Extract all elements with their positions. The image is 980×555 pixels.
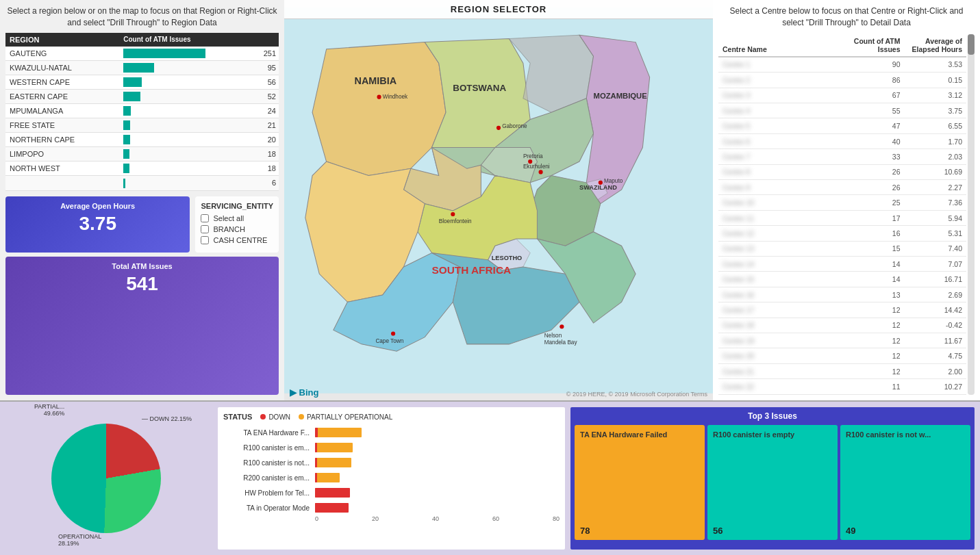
top3-card[interactable]: R100 canister is empty 56: [707, 425, 838, 540]
centre-avg: 5.31: [905, 226, 967, 241]
svg-point-11: [528, 159, 532, 164]
region-bar-cell: 18: [119, 147, 279, 162]
status-bar-row: TA ENA Hardware F...: [223, 426, 560, 439]
servicing-checkbox[interactable]: [201, 236, 209, 244]
svg-point-7: [377, 95, 381, 99]
servicing-option-label: Select all: [213, 214, 244, 222]
centre-row[interactable]: Centre 4 55 3.75: [718, 103, 966, 118]
top3-card[interactable]: TA ENA Hardware Failed 78: [575, 425, 705, 540]
region-name: WESTERN CAPE: [5, 75, 119, 89]
servicing-option[interactable]: Select all: [201, 214, 273, 222]
svg-text:Bloemfontein: Bloemfontein: [439, 218, 472, 224]
top3-card-count: 56: [713, 526, 723, 536]
partial-bar: [315, 443, 353, 452]
centre-row[interactable]: Centre 6 40 1.70: [718, 133, 966, 149]
region-bar-cell: 20: [119, 133, 279, 147]
down-bar: [315, 488, 350, 498]
centre-avg: 11.67: [905, 333, 967, 348]
servicing-option[interactable]: CASH CENTRE: [201, 236, 273, 244]
down-label: — DOWN 22.15%: [142, 415, 192, 422]
bar-container: [315, 472, 560, 484]
centre-count: 26: [842, 180, 905, 195]
centre-name: Centre 17: [718, 302, 842, 318]
bing-logo: ▶ Bing: [290, 387, 319, 398]
centre-count: 12: [842, 302, 905, 318]
region-bar: [123, 179, 125, 188]
servicing-option-label: CASH CENTRE: [213, 236, 267, 244]
centre-row[interactable]: Centre 2 86 0.15: [718, 73, 966, 88]
centre-row[interactable]: Centre 7 33 2.03: [718, 149, 966, 164]
x-axis-label: 60: [492, 515, 499, 522]
centre-count: 47: [842, 118, 905, 133]
centre-row[interactable]: Centre 1 90 3.53: [718, 57, 966, 73]
centre-row[interactable]: Centre 18 12 -0.42: [718, 318, 966, 333]
svg-text:Nelson: Nelson: [544, 333, 562, 339]
region-bar-cell: 24: [119, 103, 279, 118]
region-row[interactable]: KWAZULU-NATAL 95: [5, 60, 279, 75]
region-count: 21: [268, 121, 276, 129]
top3-cards: TA ENA Hardware Failed 78 R100 canister …: [575, 425, 970, 540]
centre-name: Centre 1: [718, 57, 842, 73]
centre-avg: 10.27: [905, 379, 967, 395]
centre-row[interactable]: Centre 17 12 14.42: [718, 302, 966, 318]
centre-row[interactable]: Centre 8 26 10.69: [718, 164, 966, 179]
region-row[interactable]: WESTERN CAPE 56: [5, 75, 279, 89]
region-row[interactable]: NORTH WEST 18: [5, 162, 279, 176]
bar-container: [315, 456, 560, 469]
top3-card[interactable]: R100 canister is not w... 49: [840, 425, 970, 540]
servicing-option-label: BRANCH: [213, 225, 244, 233]
region-row[interactable]: GAUTENG 251: [5, 47, 279, 61]
servicing-option[interactable]: BRANCH: [201, 225, 273, 233]
centre-row[interactable]: Centre 5 47 6.55: [718, 118, 966, 133]
centre-row[interactable]: Centre 16 13 2.69: [718, 287, 966, 302]
region-count: 52: [268, 92, 276, 101]
status-header: STATUS DOWN PARTIALLY OPERATIONAL: [223, 413, 560, 421]
centre-row[interactable]: Centre 3 67 3.12: [718, 88, 966, 103]
centre-avg: 3.75: [905, 103, 967, 118]
region-count: 18: [268, 150, 276, 158]
centre-row[interactable]: Centre 13 15 7.40: [718, 241, 966, 256]
bar-label: HW Problem for Tel...: [223, 489, 312, 497]
svg-text:Cape Town: Cape Town: [375, 338, 403, 344]
region-bar: [123, 92, 140, 101]
centre-row[interactable]: Centre 11 17 5.94: [718, 210, 966, 225]
centre-row[interactable]: Centre 10 25 7.36: [718, 195, 966, 210]
region-bar: [123, 135, 130, 144]
status-chart-area: STATUS DOWN PARTIALLY OPERATIONAL TA ENA…: [218, 407, 565, 550]
partial-dot: [299, 414, 304, 420]
total-issues-card: Total ATM Issues 541: [5, 257, 279, 395]
centre-name: Centre 11: [718, 210, 842, 225]
bing-footer: ▶ Bing: [290, 387, 319, 398]
centre-row[interactable]: Centre 19 12 11.67: [718, 333, 966, 348]
servicing-checkbox[interactable]: [201, 225, 209, 233]
svg-text:Pretoria: Pretoria: [523, 153, 543, 159]
region-row[interactable]: NORTHERN CAPE 20: [5, 133, 279, 147]
centre-row[interactable]: Centre 21 12 2.00: [718, 363, 966, 378]
centre-row[interactable]: Centre 20 12 4.75: [718, 348, 966, 363]
servicing-checkbox[interactable]: [201, 214, 209, 222]
map-container[interactable]: NAMIBIA BOTSWANA MOZAMBIQUE SWAZILAND LE…: [284, 0, 713, 400]
centre-row[interactable]: Centre 14 14 7.07: [718, 257, 966, 272]
status-title: STATUS: [223, 413, 252, 421]
centre-name: Centre 2: [718, 73, 842, 88]
region-row[interactable]: MPUMALANGA 24: [5, 103, 279, 118]
region-bar-cell: 52: [119, 89, 279, 103]
left-instructions: Select a region below or on the map to f…: [5, 5, 279, 29]
map-area[interactable]: REGION SELECTOR: [284, 0, 713, 400]
centre-row[interactable]: Centre 22 11 10.27: [718, 379, 966, 395]
partial-bar: [315, 458, 351, 467]
region-row[interactable]: LIMPOPO 18: [5, 147, 279, 162]
partial-legend: PARTIALLY OPERATIONAL: [299, 413, 392, 421]
centre-row[interactable]: Centre 12 16 5.31: [718, 226, 966, 241]
centre-row[interactable]: Centre 15 14 16.71: [718, 272, 966, 287]
region-row[interactable]: EASTERN CAPE 52: [5, 89, 279, 103]
avg-hours-label: Average Open Hours: [14, 202, 181, 210]
top3-card-title: R100 canister is not w...: [846, 430, 965, 439]
region-bar-cell: 251: [119, 47, 279, 61]
svg-point-22: [538, 170, 542, 174]
region-row[interactable]: FREE STATE 21: [5, 118, 279, 133]
centre-row[interactable]: Centre 9 26 2.27: [718, 180, 966, 195]
region-row[interactable]: 6: [5, 176, 279, 190]
partial-bar: [315, 428, 362, 437]
region-bar: [123, 49, 205, 58]
